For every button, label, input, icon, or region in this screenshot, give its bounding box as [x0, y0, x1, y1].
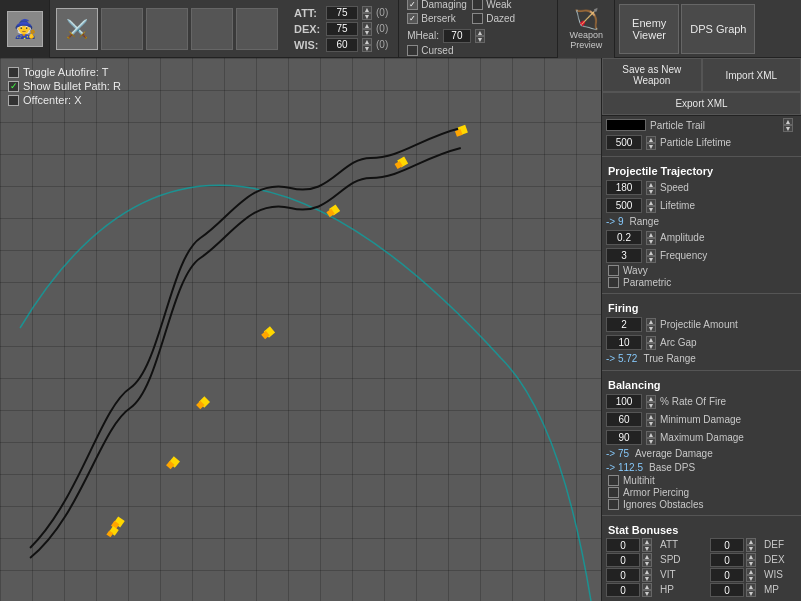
spd-bonus-input[interactable] — [606, 553, 640, 567]
lifetime-value[interactable]: 500 — [606, 198, 642, 213]
frequency-up[interactable]: ▲ — [646, 249, 656, 256]
mheal-up[interactable]: ▲ — [475, 29, 485, 36]
hp-bonus-up[interactable]: ▲ — [642, 583, 652, 590]
def-bonus-down[interactable]: ▼ — [746, 545, 756, 552]
weapon-slot-4[interactable] — [191, 8, 233, 50]
speed-up[interactable]: ▲ — [646, 181, 656, 188]
wis-down[interactable]: ▼ — [362, 45, 372, 52]
weapon-slot-1[interactable]: ⚔️ — [56, 8, 98, 50]
ignores-obstacles-row[interactable]: Ignores Obstacles — [606, 499, 797, 510]
amplitude-spinner[interactable]: ▲ ▼ — [646, 231, 656, 245]
projectile-amount-up[interactable]: ▲ — [646, 318, 656, 325]
arc-gap-up[interactable]: ▲ — [646, 336, 656, 343]
wis-bonus-down[interactable]: ▼ — [746, 575, 756, 582]
frequency-spinner[interactable]: ▲ ▼ — [646, 249, 656, 263]
particle-lifetime-up[interactable]: ▲ — [646, 136, 656, 143]
vit-bonus-down[interactable]: ▼ — [642, 575, 652, 582]
dex-down[interactable]: ▼ — [362, 29, 372, 36]
vit-bonus-input[interactable] — [606, 568, 640, 582]
damaging-check-row[interactable]: Damaging — [407, 0, 472, 10]
projectile-amount-down[interactable]: ▼ — [646, 325, 656, 332]
parametric-checkbox[interactable] — [608, 277, 619, 288]
att-input[interactable] — [326, 6, 358, 20]
wis-bonus-input[interactable] — [710, 568, 744, 582]
wis-spinner[interactable]: ▲ ▼ — [362, 38, 372, 52]
vit-bonus-up[interactable]: ▲ — [642, 568, 652, 575]
att-bonus-up[interactable]: ▲ — [642, 538, 652, 545]
particle-lifetime-spinner[interactable]: ▲ ▼ — [646, 136, 656, 150]
rate-of-fire-spinner[interactable]: ▲ ▼ — [646, 395, 656, 409]
particle-lifetime-down[interactable]: ▼ — [646, 143, 656, 150]
mheal-spinner[interactable]: ▲ ▼ — [475, 29, 485, 43]
rate-of-fire-down[interactable]: ▼ — [646, 402, 656, 409]
dex-bonus-input[interactable] — [710, 553, 744, 567]
att-bonus-down[interactable]: ▼ — [642, 545, 652, 552]
mp-bonus-up[interactable]: ▲ — [746, 583, 756, 590]
mp-bonus-down[interactable]: ▼ — [746, 590, 756, 597]
weapon-slot-3[interactable] — [146, 8, 188, 50]
wis-bonus-up[interactable]: ▲ — [746, 568, 756, 575]
arc-gap-spinner[interactable]: ▲ ▼ — [646, 336, 656, 350]
max-damage-spinner[interactable]: ▲ ▼ — [646, 431, 656, 445]
att-bonus-input[interactable] — [606, 538, 640, 552]
export-xml-button[interactable]: Export XML — [602, 92, 801, 115]
dex-spinner[interactable]: ▲ ▼ — [362, 22, 372, 36]
att-up[interactable]: ▲ — [362, 6, 372, 13]
wavy-row[interactable]: Wavy — [606, 265, 797, 276]
particle-trail-up[interactable]: ▲ — [783, 118, 793, 125]
mp-bonus-input[interactable] — [710, 583, 744, 597]
multihit-checkbox[interactable] — [608, 475, 619, 486]
min-damage-value[interactable]: 60 — [606, 412, 642, 427]
amplitude-value[interactable]: 0.2 — [606, 230, 642, 245]
def-bonus-input[interactable] — [710, 538, 744, 552]
att-spinner[interactable]: ▲ ▼ — [362, 6, 372, 20]
lifetime-up[interactable]: ▲ — [646, 199, 656, 206]
parametric-row[interactable]: Parametric — [606, 277, 797, 288]
cursed-check-row[interactable]: Cursed — [407, 45, 472, 56]
speed-down[interactable]: ▼ — [646, 188, 656, 195]
particle-color-swatch[interactable] — [606, 119, 646, 131]
dazed-check-row[interactable]: Dazed — [472, 13, 537, 24]
max-damage-up[interactable]: ▲ — [646, 431, 656, 438]
amplitude-down[interactable]: ▼ — [646, 238, 656, 245]
berserk-check-row[interactable]: Berserk — [407, 13, 472, 24]
weapon-slot-5[interactable] — [236, 8, 278, 50]
dex-bonus-down[interactable]: ▼ — [746, 560, 756, 567]
wis-input[interactable] — [326, 38, 358, 52]
weapon-slot-2[interactable] — [101, 8, 143, 50]
ignores-obstacles-checkbox[interactable] — [608, 499, 619, 510]
mheal-input[interactable] — [443, 29, 471, 43]
dex-up[interactable]: ▲ — [362, 22, 372, 29]
dazed-checkbox[interactable] — [472, 13, 483, 24]
weak-check-row[interactable]: Weak — [472, 0, 537, 10]
armor-piercing-row[interactable]: Armor Piercing — [606, 487, 797, 498]
dex-bonus-up[interactable]: ▲ — [746, 553, 756, 560]
hp-bonus-input[interactable] — [606, 583, 640, 597]
spd-bonus-up[interactable]: ▲ — [642, 553, 652, 560]
def-bonus-up[interactable]: ▲ — [746, 538, 756, 545]
rate-of-fire-value[interactable]: 100 — [606, 394, 642, 409]
projectile-amount-value[interactable]: 2 — [606, 317, 642, 332]
lifetime-spinner[interactable]: ▲ ▼ — [646, 199, 656, 213]
berserk-checkbox[interactable] — [407, 13, 418, 24]
wavy-checkbox[interactable] — [608, 265, 619, 276]
import-xml-button[interactable]: Import XML — [702, 58, 802, 92]
arc-gap-down[interactable]: ▼ — [646, 343, 656, 350]
speed-spinner[interactable]: ▲ ▼ — [646, 181, 656, 195]
amplitude-up[interactable]: ▲ — [646, 231, 656, 238]
offcenter-checkbox[interactable] — [8, 95, 19, 106]
hp-bonus-down[interactable]: ▼ — [642, 590, 652, 597]
min-damage-down[interactable]: ▼ — [646, 420, 656, 427]
armor-piercing-checkbox[interactable] — [608, 487, 619, 498]
min-damage-up[interactable]: ▲ — [646, 413, 656, 420]
wis-up[interactable]: ▲ — [362, 38, 372, 45]
frequency-value[interactable]: 3 — [606, 248, 642, 263]
dex-input[interactable] — [326, 22, 358, 36]
speed-value[interactable]: 180 — [606, 180, 642, 195]
weapon-preview-button[interactable]: 🏹 Weapon Preview — [557, 0, 615, 58]
frequency-down[interactable]: ▼ — [646, 256, 656, 263]
arc-gap-value[interactable]: 10 — [606, 335, 642, 350]
spd-bonus-down[interactable]: ▼ — [642, 560, 652, 567]
autofire-checkbox[interactable] — [8, 67, 19, 78]
particle-lifetime-value[interactable]: 500 — [606, 135, 642, 150]
